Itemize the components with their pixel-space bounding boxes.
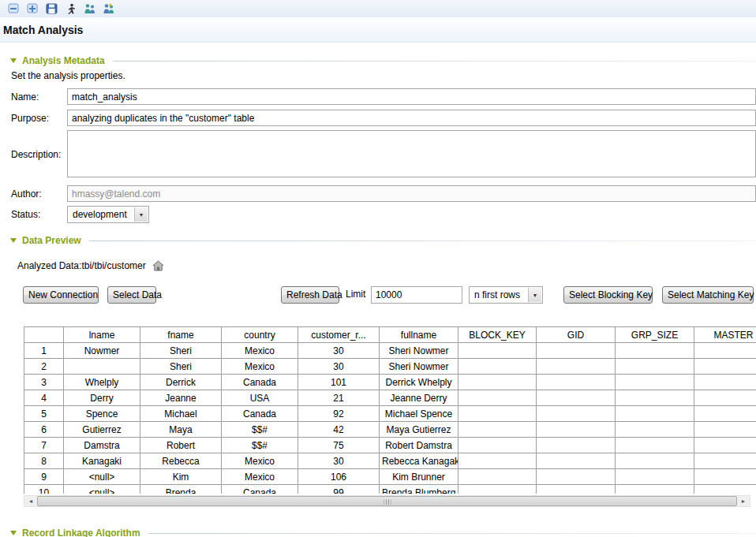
- status-dropdown[interactable]: development ▼: [67, 206, 149, 223]
- table-cell[interactable]: Rebecca: [140, 453, 222, 469]
- table-cell[interactable]: [537, 343, 616, 359]
- table-cell[interactable]: <null>: [64, 469, 140, 485]
- export-match-rule-icon[interactable]: [102, 2, 115, 15]
- table-cell[interactable]: [537, 485, 616, 494]
- column-header[interactable]: GRP_SIZE: [616, 327, 694, 343]
- column-header[interactable]: BLOCK_KEY: [458, 327, 537, 343]
- table-cell[interactable]: Jeanne Derry: [380, 390, 458, 406]
- row-number-cell[interactable]: 10: [24, 485, 64, 494]
- expand-sections-icon[interactable]: [26, 2, 39, 15]
- corner-header-cell[interactable]: [24, 327, 64, 343]
- table-cell[interactable]: [694, 422, 756, 438]
- table-cell[interactable]: Robert: [140, 438, 222, 453]
- row-number-cell[interactable]: 1: [24, 343, 64, 359]
- run-match-analysis-icon[interactable]: [64, 2, 77, 15]
- row-number-cell[interactable]: 8: [24, 453, 64, 469]
- column-header[interactable]: MASTER: [694, 327, 756, 343]
- table-cell[interactable]: Robert Damstra: [380, 438, 458, 453]
- table-cell[interactable]: 106: [298, 469, 380, 485]
- table-cell[interactable]: [458, 359, 537, 375]
- table-cell[interactable]: USA: [222, 390, 298, 406]
- table-cell[interactable]: Kanagaki: [64, 453, 140, 469]
- table-cell[interactable]: [537, 359, 616, 375]
- table-cell[interactable]: Brenda: [140, 485, 222, 494]
- table-cell[interactable]: Nowmer: [64, 343, 140, 359]
- table-cell[interactable]: [616, 375, 694, 390]
- table-cell[interactable]: [458, 406, 537, 422]
- name-input[interactable]: [67, 88, 756, 105]
- table-cell[interactable]: [537, 375, 616, 390]
- table-cell[interactable]: [694, 390, 756, 406]
- table-cell[interactable]: [616, 343, 694, 359]
- table-cell[interactable]: [64, 359, 140, 375]
- table-row[interactable]: 1NowmerSheriMexico30Sheri Nowmer: [24, 343, 756, 359]
- table-cell[interactable]: Sheri: [140, 359, 222, 375]
- table-cell[interactable]: 30: [298, 343, 380, 359]
- chevron-down-icon[interactable]: ▼: [134, 207, 148, 222]
- table-cell[interactable]: [694, 406, 756, 422]
- chevron-down-icon[interactable]: [10, 58, 17, 63]
- table-cell[interactable]: 92: [298, 406, 380, 422]
- chevron-down-icon[interactable]: [10, 531, 17, 535]
- table-cell[interactable]: [616, 359, 694, 375]
- import-match-rule-icon[interactable]: [83, 2, 96, 15]
- table-cell[interactable]: 99: [298, 485, 380, 494]
- table-cell[interactable]: [694, 453, 756, 469]
- home-icon[interactable]: [152, 260, 164, 271]
- table-cell[interactable]: [537, 406, 616, 422]
- table-cell[interactable]: Sheri: [140, 343, 222, 359]
- table-cell[interactable]: [694, 438, 756, 453]
- scrollbar-thumb[interactable]: [37, 496, 737, 506]
- table-cell[interactable]: 21: [298, 390, 380, 406]
- select-data-button[interactable]: Select Data: [107, 286, 156, 304]
- table-cell[interactable]: [458, 343, 537, 359]
- refresh-data-button[interactable]: Refresh Data: [281, 286, 339, 304]
- table-row[interactable]: 10<null>BrendaCanada99Brenda Blumberg: [24, 485, 756, 494]
- select-blocking-key-button[interactable]: Select Blocking Key: [563, 286, 653, 304]
- column-header[interactable]: fname: [140, 327, 222, 343]
- table-cell[interactable]: Mexico: [222, 359, 298, 375]
- chevron-down-icon[interactable]: ▼: [528, 288, 541, 302]
- table-cell[interactable]: 30: [298, 453, 380, 469]
- table-cell[interactable]: Canada: [222, 485, 298, 494]
- table-cell[interactable]: [537, 469, 616, 485]
- table-row[interactable]: 8KanagakiRebeccaMexico30Rebecca Kanagaki: [24, 453, 756, 469]
- table-cell[interactable]: Mexico: [222, 453, 298, 469]
- column-header[interactable]: fullname: [380, 327, 458, 343]
- table-cell[interactable]: Canada: [222, 406, 298, 422]
- table-cell[interactable]: [458, 422, 537, 438]
- table-cell[interactable]: Spence: [64, 406, 140, 422]
- table-row[interactable]: 3WhelplyDerrickCanada101Derrick Whelply: [24, 375, 756, 390]
- scroll-left-icon[interactable]: ◄: [24, 496, 37, 506]
- table-cell[interactable]: [537, 453, 616, 469]
- table-cell[interactable]: [616, 453, 694, 469]
- table-cell[interactable]: [458, 375, 537, 390]
- table-cell[interactable]: [537, 422, 616, 438]
- table-cell[interactable]: [694, 375, 756, 390]
- table-cell[interactable]: [458, 485, 537, 494]
- table-cell[interactable]: Canada: [222, 375, 298, 390]
- table-row[interactable]: 9<null>KimMexico106Kim Brunner: [24, 469, 756, 485]
- row-number-cell[interactable]: 9: [24, 469, 64, 485]
- table-cell[interactable]: [694, 343, 756, 359]
- table-cell[interactable]: [616, 390, 694, 406]
- table-cell[interactable]: 30: [298, 359, 380, 375]
- table-cell[interactable]: 101: [298, 375, 380, 390]
- table-cell[interactable]: [694, 485, 756, 494]
- table-cell[interactable]: Damstra: [64, 438, 140, 453]
- row-number-cell[interactable]: 3: [24, 375, 64, 390]
- table-row[interactable]: 6GutierrezMaya$$#42Maya Gutierrez: [24, 422, 756, 438]
- horizontal-scrollbar[interactable]: ◄ ►: [24, 495, 750, 507]
- table-cell[interactable]: $$#: [222, 438, 298, 453]
- table-row[interactable]: 4DerryJeanneUSA21Jeanne Derry: [24, 390, 756, 406]
- table-cell[interactable]: 75: [298, 438, 380, 453]
- row-number-cell[interactable]: 6: [24, 422, 64, 438]
- table-cell[interactable]: Michael: [140, 406, 222, 422]
- table-cell[interactable]: Maya Gutierrez: [380, 422, 458, 438]
- column-header[interactable]: lname: [64, 327, 140, 343]
- table-cell[interactable]: Kim Brunner: [380, 469, 458, 485]
- table-cell[interactable]: Mexico: [222, 469, 298, 485]
- select-matching-key-button[interactable]: Select Matching Key: [662, 286, 754, 304]
- save-icon[interactable]: [45, 2, 58, 15]
- table-cell[interactable]: [616, 438, 694, 453]
